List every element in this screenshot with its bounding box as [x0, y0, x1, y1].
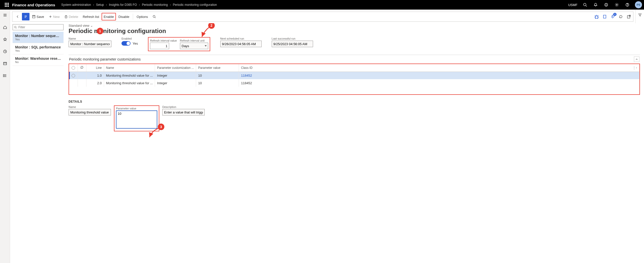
popout-icon[interactable]	[626, 14, 632, 19]
svg-point-40	[153, 15, 155, 17]
breadcrumb-item[interactable]: System administration	[61, 3, 91, 7]
table-row[interactable]: 2.0 Monitoring threshold value for ... I…	[69, 79, 639, 87]
svg-line-10	[586, 6, 587, 7]
refresh-list-button[interactable]: Refresh list	[81, 13, 101, 20]
svg-point-27	[3, 74, 3, 75]
waffle-icon[interactable]	[2, 0, 12, 10]
filter-box[interactable]	[13, 24, 64, 30]
list-item[interactable]: Monitor : SQL performance Yes	[13, 43, 64, 54]
cell-line: 1.0	[86, 72, 104, 79]
arrow-icon	[148, 127, 163, 140]
table-row[interactable]: 1.0 Monitoring threshold value for ... I…	[69, 72, 639, 79]
home-icon[interactable]	[1, 23, 9, 31]
svg-rect-2	[8, 3, 9, 4]
list-item-title: Monitor: Warehouse reserva...	[15, 56, 61, 61]
svg-rect-5	[8, 4, 9, 5]
help-icon[interactable]	[623, 1, 631, 9]
list-item[interactable]: Monitor: Warehouse reserva... No	[13, 54, 64, 66]
app-title: Finance and Operations	[12, 3, 55, 7]
details-name-label: Name	[69, 105, 111, 108]
options-label: Options	[137, 15, 148, 19]
bell-icon[interactable]	[592, 1, 600, 9]
breadcrumb-item[interactable]: Periodic monitoring configuration	[173, 3, 217, 7]
smile-icon[interactable]	[602, 1, 610, 9]
enabled-value: Yes	[133, 42, 138, 45]
refresh-value-label: Refresh interval value	[150, 39, 177, 42]
last-run-field[interactable]	[272, 41, 313, 47]
fast-tab-header[interactable]: Periodic monitoring parameter customizat…	[69, 55, 640, 64]
grid-wrap: Line Name Parameter customization ... Pa…	[69, 64, 640, 95]
next-run-field[interactable]	[220, 41, 262, 47]
col-line[interactable]: Line	[86, 64, 104, 72]
new-button[interactable]: New	[47, 13, 62, 20]
row-select[interactable]	[72, 74, 75, 77]
col-name[interactable]: Name	[104, 64, 155, 72]
list-item[interactable]: Monitor : Number sequences Yes	[13, 32, 64, 43]
filter-pane-toggle[interactable]	[635, 10, 644, 23]
description-field[interactable]	[162, 109, 205, 115]
param-value-input[interactable]	[116, 110, 157, 129]
form-area: Standard view ⌄ Periodic monitoring conf…	[65, 23, 644, 263]
name-field-label: Name	[69, 37, 111, 40]
company-label[interactable]: USMF	[568, 3, 577, 7]
col-param-val[interactable]: Parameter value	[196, 64, 239, 72]
recent-icon[interactable]	[1, 47, 9, 55]
breadcrumb-item[interactable]: Periodic monitoring	[142, 3, 168, 7]
refresh-list-label: Refresh list	[83, 15, 99, 19]
list-item-title: Monitor : Number sequences	[15, 34, 61, 38]
edit-button[interactable]	[22, 13, 29, 20]
svg-rect-1	[6, 3, 7, 4]
refresh-icon[interactable]	[618, 14, 624, 19]
modules-icon[interactable]	[1, 72, 9, 80]
cell-param-val: 10	[196, 79, 239, 87]
cell-class-id[interactable]: 118452	[241, 74, 252, 77]
svg-rect-3	[5, 4, 6, 5]
attachments-icon[interactable]: 0	[610, 14, 616, 19]
enable-label: Enable	[104, 15, 114, 19]
svg-point-13	[606, 4, 606, 5]
options-button[interactable]: Options	[135, 13, 150, 20]
nav-rail	[0, 10, 10, 263]
svg-rect-33	[33, 15, 35, 18]
filter-input[interactable]	[18, 25, 62, 29]
save-button[interactable]: Save	[30, 13, 46, 20]
view-picker[interactable]: Standard view ⌄	[69, 24, 93, 27]
hamburger-icon[interactable]	[1, 11, 9, 19]
svg-point-12	[605, 3, 608, 6]
star-icon[interactable]	[1, 35, 9, 43]
gear-icon[interactable]	[613, 1, 621, 9]
chevron-up-icon[interactable]	[634, 56, 639, 62]
fast-tab-title: Periodic monitoring parameter customizat…	[69, 57, 141, 61]
select-all-header[interactable]	[69, 64, 78, 72]
more-icon[interactable]: ⋮	[633, 66, 636, 70]
details-heading: DETAILS	[69, 100, 640, 103]
callout-1: 1	[97, 28, 103, 34]
refresh-value-input[interactable]	[150, 43, 169, 49]
svg-point-28	[3, 75, 3, 76]
chevron-down-icon: ⌄	[90, 24, 93, 27]
name-field[interactable]	[69, 41, 111, 47]
svg-rect-8	[8, 6, 9, 7]
workspace-icon[interactable]	[1, 60, 9, 68]
back-button[interactable]	[14, 13, 21, 20]
page-options-icon[interactable]	[602, 14, 607, 19]
disable-button[interactable]: Disable	[116, 13, 131, 20]
refresh-header[interactable]	[78, 64, 86, 72]
breadcrumb-item[interactable]: Insights for D365 FO	[109, 3, 137, 7]
enabled-toggle[interactable]	[121, 41, 131, 46]
svg-rect-37	[65, 16, 67, 18]
svg-line-46	[16, 28, 17, 28]
user-avatar[interactable]: PS	[635, 1, 642, 8]
col-class-id[interactable]: Class ID↑ ⋮	[239, 64, 639, 72]
find-button[interactable]	[150, 13, 158, 20]
enable-button[interactable]: Enable	[102, 13, 116, 20]
delete-button[interactable]: Delete	[62, 13, 80, 20]
search-icon[interactable]	[581, 1, 589, 9]
fast-tab: Periodic monitoring parameter customizat…	[69, 55, 640, 95]
breadcrumb-item[interactable]: Setup	[96, 3, 104, 7]
col-param-cust[interactable]: Parameter customization ...	[155, 64, 196, 72]
cell-param-cust: Integer	[155, 79, 196, 87]
details-name-field[interactable]	[69, 109, 111, 115]
personalize-icon[interactable]	[594, 14, 599, 19]
refresh-unit-select[interactable]	[180, 43, 208, 49]
